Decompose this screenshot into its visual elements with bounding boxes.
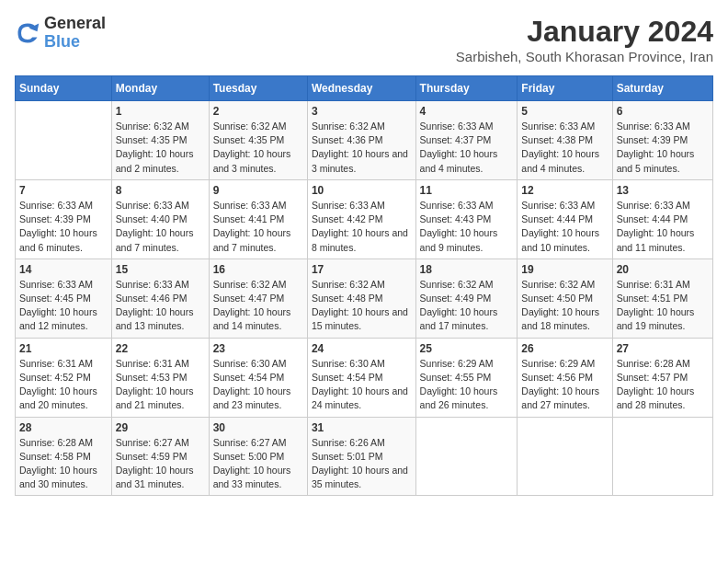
calendar-cell: 3Sunrise: 6:32 AMSunset: 4:36 PMDaylight…	[307, 101, 415, 180]
day-number: 25	[420, 342, 514, 355]
day-number: 11	[420, 184, 514, 197]
weekday-header: Sunday	[16, 76, 112, 101]
calendar-cell: 5Sunrise: 6:33 AMSunset: 4:38 PMDaylight…	[518, 101, 612, 180]
calendar-cell: 19Sunrise: 6:32 AMSunset: 4:50 PMDayligh…	[518, 259, 612, 338]
day-number: 20	[617, 263, 709, 276]
calendar-cell	[518, 417, 612, 496]
day-info: Sunrise: 6:33 AMSunset: 4:39 PMDaylight:…	[617, 120, 709, 176]
weekday-header-row: SundayMondayTuesdayWednesdayThursdayFrid…	[16, 76, 713, 101]
calendar-cell: 10Sunrise: 6:33 AMSunset: 4:42 PMDayligh…	[307, 179, 415, 259]
calendar-cell: 8Sunrise: 6:33 AMSunset: 4:40 PMDaylight…	[111, 179, 209, 259]
calendar-cell: 23Sunrise: 6:30 AMSunset: 4:54 PMDayligh…	[209, 338, 307, 417]
day-number: 31	[312, 421, 412, 434]
calendar-cell: 30Sunrise: 6:27 AMSunset: 5:00 PMDayligh…	[209, 417, 307, 496]
logo-line2: Blue	[44, 33, 106, 52]
calendar-cell: 17Sunrise: 6:32 AMSunset: 4:48 PMDayligh…	[307, 259, 415, 338]
day-number: 24	[312, 342, 412, 355]
calendar-cell: 6Sunrise: 6:33 AMSunset: 4:39 PMDaylight…	[612, 101, 712, 180]
weekday-header: Monday	[111, 76, 209, 101]
day-number: 14	[19, 263, 108, 276]
day-info: Sunrise: 6:30 AMSunset: 4:54 PMDaylight:…	[312, 357, 412, 413]
calendar-cell: 9Sunrise: 6:33 AMSunset: 4:41 PMDaylight…	[209, 179, 307, 259]
day-info: Sunrise: 6:33 AMSunset: 4:45 PMDaylight:…	[19, 278, 108, 334]
weekday-header: Saturday	[612, 76, 712, 101]
calendar-title: January 2024	[456, 15, 713, 49]
calendar-cell: 2Sunrise: 6:32 AMSunset: 4:35 PMDaylight…	[209, 101, 307, 180]
day-number: 19	[521, 263, 608, 276]
day-number: 13	[617, 184, 709, 197]
logo-line1: General	[44, 15, 106, 33]
day-number: 23	[213, 342, 303, 355]
calendar-cell	[16, 101, 112, 180]
logo: General Blue	[15, 15, 106, 52]
calendar-cell: 29Sunrise: 6:27 AMSunset: 4:59 PMDayligh…	[111, 417, 209, 496]
day-number: 5	[521, 105, 608, 118]
calendar-week-row: 28Sunrise: 6:28 AMSunset: 4:58 PMDayligh…	[16, 417, 713, 496]
calendar-cell: 1Sunrise: 6:32 AMSunset: 4:35 PMDaylight…	[111, 101, 209, 180]
day-info: Sunrise: 6:32 AMSunset: 4:49 PMDaylight:…	[420, 278, 514, 334]
day-info: Sunrise: 6:33 AMSunset: 4:37 PMDaylight:…	[420, 120, 514, 176]
calendar-cell: 12Sunrise: 6:33 AMSunset: 4:44 PMDayligh…	[518, 179, 612, 259]
day-number: 15	[116, 263, 205, 276]
day-info: Sunrise: 6:33 AMSunset: 4:44 PMDaylight:…	[617, 199, 709, 255]
day-info: Sunrise: 6:32 AMSunset: 4:35 PMDaylight:…	[116, 120, 205, 176]
day-number: 21	[19, 342, 108, 355]
calendar-cell: 28Sunrise: 6:28 AMSunset: 4:58 PMDayligh…	[16, 417, 112, 496]
calendar-cell: 20Sunrise: 6:31 AMSunset: 4:51 PMDayligh…	[612, 259, 712, 338]
calendar-table: SundayMondayTuesdayWednesdayThursdayFrid…	[15, 75, 713, 496]
day-info: Sunrise: 6:33 AMSunset: 4:44 PMDaylight:…	[521, 199, 608, 255]
day-info: Sunrise: 6:33 AMSunset: 4:42 PMDaylight:…	[312, 199, 412, 255]
calendar-cell: 21Sunrise: 6:31 AMSunset: 4:52 PMDayligh…	[16, 338, 112, 417]
day-number: 30	[213, 421, 303, 434]
day-number: 17	[312, 263, 412, 276]
day-info: Sunrise: 6:32 AMSunset: 4:48 PMDaylight:…	[312, 278, 412, 334]
day-number: 4	[420, 105, 514, 118]
day-info: Sunrise: 6:27 AMSunset: 4:59 PMDaylight:…	[116, 436, 205, 492]
day-number: 10	[312, 184, 412, 197]
logo-icon	[15, 20, 40, 46]
day-number: 29	[116, 421, 205, 434]
title-block: January 2024 Sarbisheh, South Khorasan P…	[456, 15, 713, 64]
day-number: 22	[116, 342, 205, 355]
calendar-cell	[415, 417, 518, 496]
day-info: Sunrise: 6:29 AMSunset: 4:55 PMDaylight:…	[420, 357, 514, 413]
day-number: 26	[521, 342, 608, 355]
day-number: 8	[116, 184, 205, 197]
day-number: 27	[617, 342, 709, 355]
calendar-week-row: 21Sunrise: 6:31 AMSunset: 4:52 PMDayligh…	[16, 338, 713, 417]
weekday-header: Tuesday	[209, 76, 307, 101]
day-info: Sunrise: 6:32 AMSunset: 4:35 PMDaylight:…	[213, 120, 303, 176]
calendar-cell: 18Sunrise: 6:32 AMSunset: 4:49 PMDayligh…	[415, 259, 518, 338]
page-header: General Blue January 2024 Sarbisheh, Sou…	[15, 15, 713, 64]
weekday-header: Wednesday	[307, 76, 415, 101]
calendar-week-row: 14Sunrise: 6:33 AMSunset: 4:45 PMDayligh…	[16, 259, 713, 338]
weekday-header: Friday	[518, 76, 612, 101]
day-info: Sunrise: 6:33 AMSunset: 4:38 PMDaylight:…	[521, 120, 608, 176]
calendar-week-row: 7Sunrise: 6:33 AMSunset: 4:39 PMDaylight…	[16, 179, 713, 259]
day-info: Sunrise: 6:27 AMSunset: 5:00 PMDaylight:…	[213, 436, 303, 492]
day-number: 18	[420, 263, 514, 276]
calendar-cell: 24Sunrise: 6:30 AMSunset: 4:54 PMDayligh…	[307, 338, 415, 417]
day-number: 16	[213, 263, 303, 276]
day-number: 9	[213, 184, 303, 197]
calendar-week-row: 1Sunrise: 6:32 AMSunset: 4:35 PMDaylight…	[16, 101, 713, 180]
day-info: Sunrise: 6:31 AMSunset: 4:52 PMDaylight:…	[19, 357, 108, 413]
calendar-cell: 16Sunrise: 6:32 AMSunset: 4:47 PMDayligh…	[209, 259, 307, 338]
day-info: Sunrise: 6:26 AMSunset: 5:01 PMDaylight:…	[312, 436, 412, 492]
day-info: Sunrise: 6:32 AMSunset: 4:36 PMDaylight:…	[312, 120, 412, 176]
day-info: Sunrise: 6:29 AMSunset: 4:56 PMDaylight:…	[521, 357, 608, 413]
calendar-cell: 25Sunrise: 6:29 AMSunset: 4:55 PMDayligh…	[415, 338, 518, 417]
calendar-cell: 22Sunrise: 6:31 AMSunset: 4:53 PMDayligh…	[111, 338, 209, 417]
day-number: 12	[521, 184, 608, 197]
day-info: Sunrise: 6:32 AMSunset: 4:47 PMDaylight:…	[213, 278, 303, 334]
day-info: Sunrise: 6:33 AMSunset: 4:39 PMDaylight:…	[19, 199, 108, 255]
calendar-subtitle: Sarbisheh, South Khorasan Province, Iran	[456, 49, 713, 64]
day-info: Sunrise: 6:31 AMSunset: 4:51 PMDaylight:…	[617, 278, 709, 334]
calendar-cell: 27Sunrise: 6:28 AMSunset: 4:57 PMDayligh…	[612, 338, 712, 417]
day-info: Sunrise: 6:28 AMSunset: 4:58 PMDaylight:…	[19, 436, 108, 492]
weekday-header: Thursday	[415, 76, 518, 101]
day-info: Sunrise: 6:33 AMSunset: 4:46 PMDaylight:…	[116, 278, 205, 334]
day-number: 7	[19, 184, 108, 197]
calendar-cell: 13Sunrise: 6:33 AMSunset: 4:44 PMDayligh…	[612, 179, 712, 259]
calendar-cell: 11Sunrise: 6:33 AMSunset: 4:43 PMDayligh…	[415, 179, 518, 259]
